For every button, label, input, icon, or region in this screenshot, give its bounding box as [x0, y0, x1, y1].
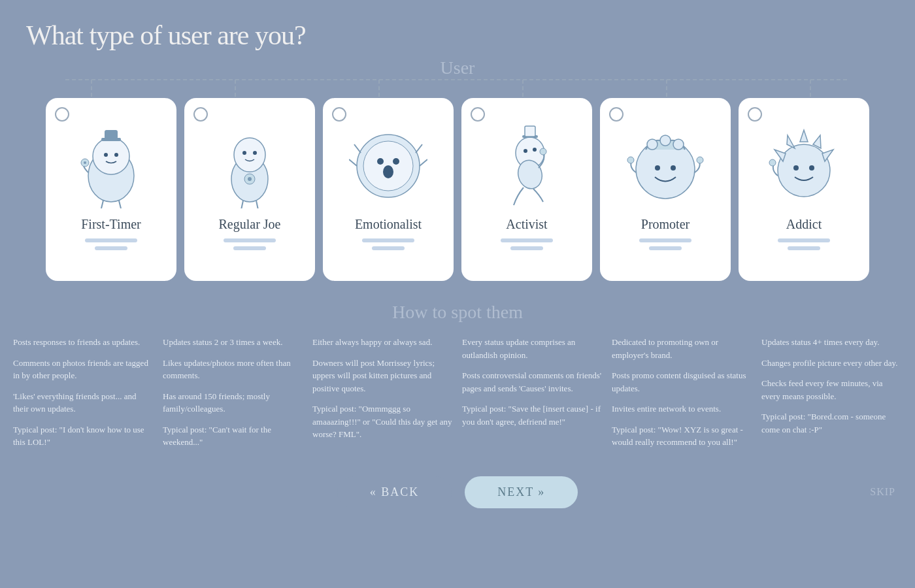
next-button[interactable]: NEXT » — [465, 476, 578, 508]
svg-point-46 — [671, 165, 676, 171]
svg-rect-36 — [525, 126, 535, 137]
next-arrow-right: » — [538, 485, 545, 498]
illustration-addict — [761, 114, 846, 212]
user-section: User — [13, 57, 902, 98]
descriptions-container: Posts responses to friends as updates. C… — [0, 323, 915, 457]
svg-point-57 — [769, 159, 776, 166]
description-regular-joe: Updates status 2 or 3 times a week. Like… — [163, 336, 303, 457]
svg-line-33 — [416, 144, 422, 153]
skip-link[interactable]: SKIP — [870, 486, 895, 498]
card-bar-short-emotionalist — [372, 246, 405, 250]
card-name-promoter: Promoter — [641, 217, 690, 232]
back-arrow-left: « — [370, 485, 377, 498]
svg-point-8 — [93, 138, 129, 174]
card-first-timer[interactable]: First-Timer — [46, 98, 176, 281]
card-name-emotionalist: Emotionalist — [355, 217, 422, 232]
illustration-first-timer — [69, 114, 154, 212]
svg-point-38 — [533, 148, 537, 152]
description-promoter: Dedicated to promoting own or employer's… — [612, 336, 752, 457]
card-name-first-timer: First-Timer — [81, 217, 141, 232]
desc-text: Typical post: "Ommmggg so amaaazing!!!" … — [312, 402, 453, 441]
card-bar-promoter — [639, 238, 691, 242]
desc-text: Checks feed every few minutes, via every… — [761, 377, 902, 402]
cards-container: First-Timer Regular J — [0, 98, 915, 281]
radio-emotionalist[interactable] — [332, 107, 346, 122]
svg-point-22 — [248, 177, 252, 181]
svg-point-55 — [793, 165, 799, 171]
desc-text: Comments on photos friends are tagged in… — [13, 357, 154, 382]
svg-point-29 — [383, 165, 393, 178]
card-bar-short-regular-joe — [233, 246, 266, 250]
description-first-timer: Posts responses to friends as updates. C… — [13, 336, 154, 457]
radio-first-timer[interactable] — [55, 107, 69, 122]
svg-point-43 — [660, 135, 671, 146]
user-label: User — [441, 57, 475, 78]
desc-text: Has around 150 friends; mostly family/co… — [163, 390, 303, 416]
svg-line-32 — [354, 144, 361, 153]
svg-point-44 — [673, 139, 684, 150]
spot-title: How to spot them — [0, 302, 915, 323]
desc-text: 'Likes' everything friends post... and t… — [13, 390, 154, 416]
desc-text: Posts controversial comments on friends'… — [462, 369, 603, 395]
card-bar-short-activist — [510, 246, 543, 250]
desc-text: Typical post: "Can't wait for the weeken… — [163, 423, 303, 449]
desc-text: Downers will post Morrissey lyrics; uppe… — [312, 357, 453, 395]
desc-text: Posts promo content disguised as status … — [612, 369, 752, 395]
card-addict[interactable]: Addict — [739, 98, 869, 281]
svg-point-18 — [234, 138, 265, 172]
desc-text: Dedicated to promoting own or employer's… — [612, 336, 752, 361]
card-name-regular-joe: Regular Joe — [219, 217, 281, 232]
svg-line-13 — [101, 201, 103, 208]
desc-text: Invites entire network to events. — [612, 402, 752, 416]
illustration-activist — [484, 114, 569, 212]
card-bar-short-addict — [788, 246, 820, 250]
svg-point-28 — [393, 158, 399, 165]
svg-point-12 — [114, 153, 118, 157]
illustration-promoter — [623, 114, 708, 212]
svg-point-56 — [809, 165, 814, 171]
svg-line-24 — [256, 201, 258, 208]
svg-point-27 — [377, 158, 384, 165]
radio-promoter[interactable] — [609, 107, 624, 122]
desc-text: Typical post: "Wow! XYZ is so great - wo… — [612, 423, 752, 449]
svg-line-30 — [349, 159, 357, 166]
svg-point-11 — [104, 153, 108, 157]
bracket-container — [13, 78, 902, 98]
desc-text: Every status update comprises an outland… — [462, 336, 603, 361]
svg-point-48 — [697, 157, 703, 163]
radio-regular-joe[interactable] — [193, 107, 208, 122]
description-emotionalist: Either always happy or always sad. Downe… — [312, 336, 453, 457]
back-button[interactable]: « BACK — [337, 476, 452, 508]
card-bar-first-timer — [85, 238, 137, 242]
svg-line-23 — [241, 201, 243, 208]
description-addict: Updates status 4+ times every day. Chang… — [761, 336, 902, 457]
card-activist[interactable]: Activist — [461, 98, 592, 281]
card-bar-addict — [778, 238, 830, 242]
card-emotionalist[interactable]: Emotionalist — [323, 98, 454, 281]
card-bar-short-promoter — [649, 246, 682, 250]
page-title: What type of user are you? — [0, 0, 915, 57]
desc-text: Typical post: "Save the [insert cause] -… — [462, 402, 603, 428]
card-promoter[interactable]: Promoter — [600, 98, 731, 281]
svg-line-31 — [420, 159, 427, 166]
card-name-activist: Activist — [506, 217, 547, 232]
radio-activist[interactable] — [471, 107, 485, 122]
radio-addict[interactable] — [748, 107, 762, 122]
svg-point-19 — [242, 151, 246, 155]
bottom-nav: « BACK NEXT » SKIP — [0, 476, 915, 508]
next-label: NEXT — [497, 485, 534, 498]
desc-text: Posts responses to friends as updates. — [13, 336, 154, 349]
card-regular-joe[interactable]: Regular Joe — [184, 98, 315, 281]
svg-marker-50 — [800, 130, 808, 142]
svg-point-49 — [778, 144, 830, 197]
description-activist: Every status update comprises an outland… — [462, 336, 603, 457]
svg-line-14 — [119, 201, 121, 208]
svg-point-47 — [627, 157, 634, 163]
desc-text: Either always happy or always sad. — [312, 336, 453, 349]
desc-text: Updates status 2 or 3 times a week. — [163, 336, 303, 349]
desc-text: Typical post: "I don't know how to use t… — [13, 423, 154, 449]
desc-text: Updates status 4+ times every day. — [761, 336, 902, 349]
card-name-addict: Addict — [786, 217, 822, 232]
card-bar-activist — [501, 238, 553, 242]
illustration-emotionalist — [346, 114, 431, 212]
